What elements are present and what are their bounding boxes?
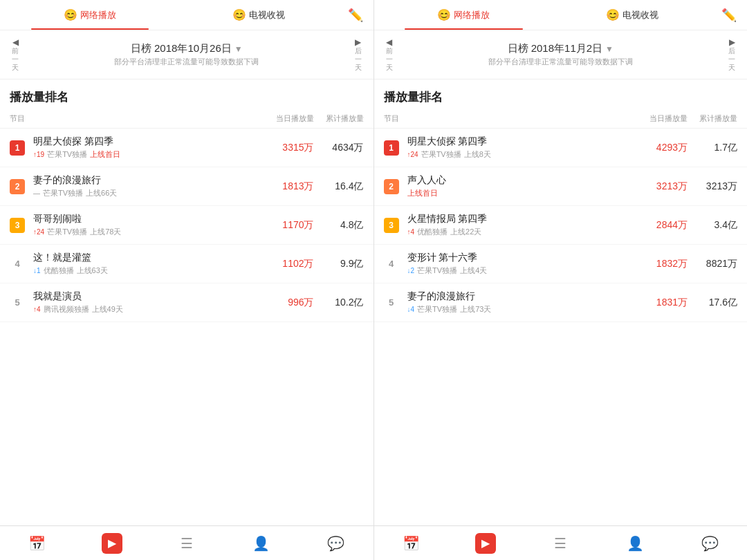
- rank-item[interactable]: 2声入人心上线首日3213万3213万: [374, 167, 748, 206]
- panels-container: 😊网络播放😊电视收视✏️◀前 一 天日榜 2018年10月26日 ▼部分平台清理…: [0, 0, 747, 525]
- date-title[interactable]: 日榜 2018年10月26日 ▼: [25, 42, 349, 55]
- rank-number: 5: [384, 295, 403, 310]
- section-title: 播放量排名: [0, 80, 374, 109]
- total-plays: 8821万: [688, 258, 737, 270]
- nav-icon-4: 💬: [327, 535, 344, 552]
- tab-emoji: 😊: [64, 8, 77, 21]
- rank-item[interactable]: 3火星情报局 第四季↑4优酷独播上线22天2844万3.4亿: [374, 206, 748, 245]
- nav-item-4[interactable]: 💬: [299, 526, 374, 560]
- play-icon: ▶: [475, 533, 496, 554]
- show-name: 声入人心: [407, 174, 446, 187]
- rank-item[interactable]: 1明星大侦探 第四季↑19芒果TV独播上线首日3315万4634万: [0, 129, 374, 167]
- date-header: ◀前 一 天日榜 2018年10月26日 ▼部分平台清理非正常流量可能导致数据下…: [0, 30, 374, 80]
- rank-info: 哥哥别闹啦↑24芒果TV独播上线78天: [29, 213, 264, 237]
- table-header: 节目当日播放量累计播放量: [0, 109, 374, 129]
- col-header-daily: 当日播放量: [638, 113, 688, 124]
- rank-item[interactable]: 3哥哥别闹啦↑24芒果TV独播上线78天1170万4.8亿: [0, 206, 374, 245]
- rank-badge: 4: [384, 256, 399, 272]
- tab-label: 电视收视: [249, 9, 285, 21]
- nav-item-1[interactable]: ▶: [75, 526, 149, 560]
- tab-0[interactable]: 😊网络播放: [380, 0, 548, 30]
- nav-icon-4: 💬: [701, 535, 719, 552]
- rank-badge: 2: [384, 179, 399, 194]
- nav-item-3[interactable]: 👤: [598, 526, 672, 560]
- trend-down-icon: ↓2: [407, 267, 415, 274]
- rank-meta: ↑19芒果TV独播上线首日: [33, 149, 264, 160]
- rank-number: 4: [10, 256, 29, 272]
- nav-item-4[interactable]: 💬: [672, 526, 747, 560]
- online-tag: 上线66天: [86, 188, 117, 198]
- tab-emoji: 😊: [437, 8, 451, 21]
- rank-info: 妻子的浪漫旅行—芒果TV独播上线66天: [29, 174, 264, 198]
- tab-emoji: 😊: [606, 8, 620, 21]
- rank-badge: 5: [10, 295, 25, 310]
- play-icon: ▶: [102, 533, 122, 554]
- total-plays: 17.6亿: [688, 297, 737, 309]
- show-name: 明星大侦探 第四季: [407, 136, 488, 148]
- rank-item[interactable]: 2妻子的浪漫旅行—芒果TV独播上线66天1813万16.4亿: [0, 167, 374, 206]
- panel-right: 😊网络播放😊电视收视✏️◀前 一 天日榜 2018年11月2日 ▼部分平台清理非…: [374, 0, 748, 525]
- rank-item[interactable]: 5妻子的浪漫旅行↓4芒果TV独播上线73天1831万17.6亿: [374, 283, 748, 322]
- online-tag: 上线78天: [90, 227, 121, 237]
- share-button[interactable]: ✏️: [717, 3, 741, 28]
- date-subtitle: 部分平台清理非正常流量可能导致数据下调: [399, 57, 723, 67]
- rank-info: 妻子的浪漫旅行↓4芒果TV独播上线73天: [403, 290, 638, 315]
- total-plays: 3.4亿: [688, 219, 737, 232]
- total-plays: 9.9亿: [314, 258, 364, 270]
- tab-1[interactable]: 😊电视收视: [548, 0, 717, 30]
- total-plays: 3213万: [688, 180, 737, 193]
- rank-meta: ↓4芒果TV独播上线73天: [407, 304, 638, 315]
- rank-info: 明星大侦探 第四季↑24芒果TV独播上线8天: [403, 136, 638, 160]
- table-header: 节目当日播放量累计播放量: [374, 109, 748, 129]
- rank-item[interactable]: 5我就是演员↑4腾讯视频独播上线49天996万10.2亿: [0, 283, 374, 322]
- prev-day-button[interactable]: ◀前 一 天: [380, 37, 399, 72]
- rank-badge: 4: [10, 256, 25, 272]
- online-tag: 上线首日: [407, 188, 438, 198]
- date-title[interactable]: 日榜 2018年11月2日 ▼: [399, 42, 723, 55]
- rank-badge: 3: [10, 218, 25, 233]
- trend-up-icon: ↑24: [33, 228, 44, 236]
- tab-1[interactable]: 😊电视收视: [174, 0, 343, 30]
- rank-badge: 1: [384, 140, 399, 156]
- rank-number: 3: [384, 218, 403, 233]
- nav-item-3[interactable]: 👤: [224, 526, 299, 560]
- rank-meta: ↑24芒果TV独播上线78天: [33, 227, 264, 237]
- share-button[interactable]: ✏️: [343, 3, 368, 28]
- rank-info: 我就是演员↑4腾讯视频独播上线49天: [29, 290, 264, 315]
- rank-number: 5: [10, 295, 29, 310]
- tab-0[interactable]: 😊网络播放: [6, 0, 174, 30]
- daily-plays: 1102万: [264, 258, 314, 270]
- next-day-button[interactable]: ▶后 一 天: [349, 37, 368, 72]
- rank-item[interactable]: 4变形计 第十六季↓2芒果TV独播上线4天1832万8821万: [374, 245, 748, 283]
- rank-item[interactable]: 1明星大侦探 第四季↑24芒果TV独播上线8天4293万1.7亿: [374, 129, 748, 167]
- rank-item[interactable]: 4这！就是灌篮↓1优酷独播上线63天1102万9.9亿: [0, 245, 374, 283]
- rank-badge: 2: [10, 179, 25, 194]
- daily-plays: 1170万: [264, 219, 314, 232]
- rank-meta: ↑4腾讯视频独播上线49天: [33, 304, 264, 315]
- nav-item-2[interactable]: ☰: [523, 526, 598, 560]
- rank-info: 声入人心上线首日: [403, 174, 638, 198]
- nav-item-1[interactable]: ▶: [448, 526, 523, 560]
- platform-label: 芒果TV独播: [47, 149, 87, 160]
- nav-item-0[interactable]: 📅: [0, 526, 75, 560]
- rank-number: 2: [10, 179, 29, 194]
- rank-number: 2: [384, 179, 403, 194]
- nav-item-0[interactable]: 📅: [374, 526, 449, 560]
- online-tag: 上线首日: [90, 149, 120, 160]
- daily-plays: 1813万: [264, 180, 314, 193]
- rank-meta: ↓1优酷独播上线63天: [33, 265, 264, 276]
- online-tag: 上线49天: [92, 304, 123, 315]
- tab-label: 电视收视: [622, 9, 658, 21]
- trend-flat-icon: —: [33, 189, 40, 197]
- rank-number: 3: [10, 218, 29, 233]
- prev-day-button[interactable]: ◀前 一 天: [6, 37, 25, 72]
- top-tabs: 😊网络播放😊电视收视✏️: [374, 0, 748, 30]
- platform-label: 芒果TV独播: [421, 149, 461, 160]
- rank-info: 明星大侦探 第四季↑19芒果TV独播上线首日: [29, 136, 264, 160]
- nav-item-2[interactable]: ☰: [149, 526, 224, 560]
- rank-info: 这！就是灌篮↓1优酷独播上线63天: [29, 252, 264, 276]
- daily-plays: 1831万: [638, 297, 688, 309]
- total-plays: 16.4亿: [314, 180, 364, 193]
- next-day-button[interactable]: ▶后 一 天: [722, 37, 741, 72]
- rank-info: 火星情报局 第四季↑4优酷独播上线22天: [403, 213, 638, 237]
